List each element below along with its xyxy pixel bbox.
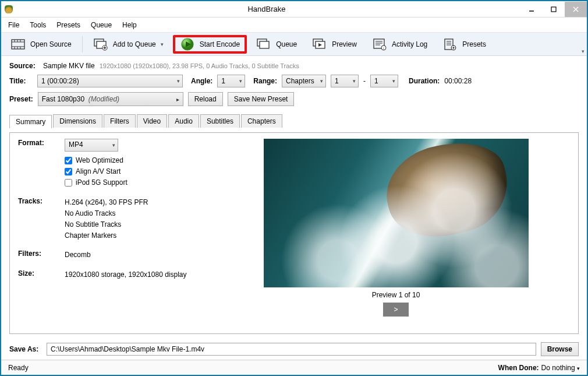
tab-dimensions[interactable]: Dimensions	[53, 114, 102, 128]
save-as-input[interactable]	[47, 343, 536, 356]
presets-label: Presets	[462, 40, 486, 48]
presets-button[interactable]: Presets	[437, 36, 492, 53]
web-optimized-label: Web Optimized	[76, 155, 123, 166]
film-icon	[10, 38, 26, 51]
queue-label: Queue	[276, 40, 297, 48]
tab-panel-summary: Format: MP4 Web Optimized Align A/V Star…	[9, 132, 579, 334]
format-label: Format:	[18, 139, 53, 147]
tracks-line: H.264 (x264), 30 FPS PFR	[65, 197, 210, 208]
chevron-down-icon: ▾	[577, 366, 580, 371]
tracks-line: Chapter Markers	[65, 230, 210, 241]
filters-value: Decomb	[65, 250, 210, 261]
tab-filters[interactable]: Filters	[104, 114, 136, 128]
tab-chapters[interactable]: Chapters	[241, 114, 282, 128]
close-button[interactable]	[565, 2, 587, 17]
web-optimized-checkbox[interactable]	[65, 157, 72, 164]
status-text: Ready	[8, 364, 29, 372]
tab-audio[interactable]: Audio	[168, 114, 199, 128]
source-row: Source: Sample MKV file 1920x1080 (1920x…	[9, 62, 579, 70]
titlebar: HandBrake	[1, 1, 587, 17]
activity-log-button[interactable]: i Activity Log	[366, 36, 433, 53]
browse-button[interactable]: Browse	[541, 342, 579, 356]
ipod-checkbox[interactable]	[65, 179, 72, 187]
preview-label: Preview	[332, 40, 357, 48]
preview-next-button[interactable]: >	[383, 303, 409, 317]
size-value: 1920x1080 storage, 1920x1080 display	[65, 269, 210, 280]
preset-name: Fast 1080p30	[42, 95, 84, 103]
svg-rect-4	[12, 40, 24, 49]
menu-help[interactable]: Help	[118, 19, 141, 31]
preset-label: Preset:	[9, 95, 33, 103]
preview-button[interactable]: Preview	[306, 36, 363, 53]
svg-rect-22	[260, 41, 269, 48]
svg-rect-1	[551, 7, 556, 12]
source-name: Sample MKV file	[43, 62, 95, 70]
preset-modified: (Modified)	[88, 95, 119, 103]
title-label: Title:	[9, 77, 33, 85]
tracks-line: No Subtitle Tracks	[65, 219, 210, 230]
align-av-checkbox[interactable]	[65, 168, 72, 175]
tab-subtitles[interactable]: Subtitles	[200, 114, 240, 128]
menu-presets[interactable]: Presets	[52, 19, 85, 31]
start-encode-label: Start Encode	[200, 40, 240, 48]
queue-icon	[256, 38, 271, 51]
angle-value: 1	[221, 77, 225, 85]
reload-button[interactable]: Reload	[188, 92, 223, 106]
menubar: File Tools Presets Queue Help	[1, 17, 587, 33]
toolbar: Open Source Add to Queue ▾ Start Encode …	[1, 33, 587, 56]
format-select[interactable]: MP4	[65, 139, 118, 152]
duration-label: Duration:	[409, 77, 440, 85]
format-value: MP4	[69, 139, 83, 150]
presets-icon	[442, 38, 458, 51]
angle-select[interactable]: 1	[217, 75, 245, 87]
app-window: HandBrake File Tools Presets Queue Help …	[0, 0, 588, 376]
range-dash: -	[363, 77, 366, 85]
svg-text:i: i	[383, 47, 384, 50]
toolbar-overflow-icon[interactable]: ▾	[582, 48, 585, 54]
toolbar-separator	[82, 36, 83, 52]
save-as-label: Save As:	[9, 345, 42, 353]
start-encode-button[interactable]: Start Encode	[173, 35, 247, 54]
duration-value: 00:00:28	[444, 77, 472, 85]
preset-select[interactable]: Fast 1080p30 (Modified) ▸	[38, 92, 183, 106]
source-meta: 1920x1080 (1920x1080), 23.98 FPS, 0 Audi…	[100, 62, 299, 69]
log-icon: i	[372, 38, 387, 51]
menu-queue[interactable]: Queue	[86, 19, 116, 31]
source-label: Source:	[9, 62, 38, 70]
tracks-label: Tracks:	[18, 197, 53, 205]
tabs: Summary Dimensions Filters Video Audio S…	[9, 114, 579, 128]
when-done-value[interactable]: Do nothing ▾	[541, 364, 580, 372]
save-new-preset-button[interactable]: Save New Preset	[228, 92, 295, 106]
activity-log-label: Activity Log	[392, 40, 427, 48]
when-done-label: When Done:	[498, 364, 539, 372]
svg-point-37	[453, 47, 455, 48]
content-area: Source: Sample MKV file 1920x1080 (1920x…	[1, 56, 587, 360]
preset-row: Preset: Fast 1080p30 (Modified) ▸ Reload…	[9, 92, 579, 106]
menu-tools[interactable]: Tools	[25, 19, 51, 31]
tab-video[interactable]: Video	[137, 114, 167, 128]
filters-label: Filters:	[18, 250, 53, 258]
preview-image	[264, 139, 529, 287]
range-type-value: Chapters	[286, 77, 314, 85]
open-source-button[interactable]: Open Source	[5, 36, 77, 53]
add-to-queue-button[interactable]: Add to Queue ▾	[87, 36, 169, 53]
range-to-select[interactable]: 1	[370, 75, 398, 87]
title-select[interactable]: 1 (00:00:28)	[37, 75, 183, 87]
menu-file[interactable]: File	[3, 19, 24, 31]
maximize-button[interactable]	[543, 2, 565, 17]
range-to-value: 1	[374, 77, 378, 85]
open-source-label: Open Source	[30, 40, 72, 48]
title-row: Title: 1 (00:00:28) Angle: 1 Range: Chap…	[9, 75, 579, 87]
queue-button[interactable]: Queue	[250, 36, 303, 53]
range-from-value: 1	[335, 77, 339, 85]
window-title: HandBrake	[13, 5, 520, 13]
minimize-button[interactable]	[520, 2, 543, 17]
range-from-select[interactable]: 1	[331, 75, 359, 87]
range-type-select[interactable]: Chapters	[282, 75, 326, 87]
preview-counter: Preview 1 of 10	[372, 291, 420, 299]
tab-summary[interactable]: Summary	[9, 115, 52, 128]
tracks-line: No Audio Tracks	[65, 208, 210, 219]
title-value: 1 (00:00:28)	[41, 77, 79, 85]
align-av-label: Align A/V Start	[76, 166, 121, 177]
preview-icon	[312, 38, 327, 51]
